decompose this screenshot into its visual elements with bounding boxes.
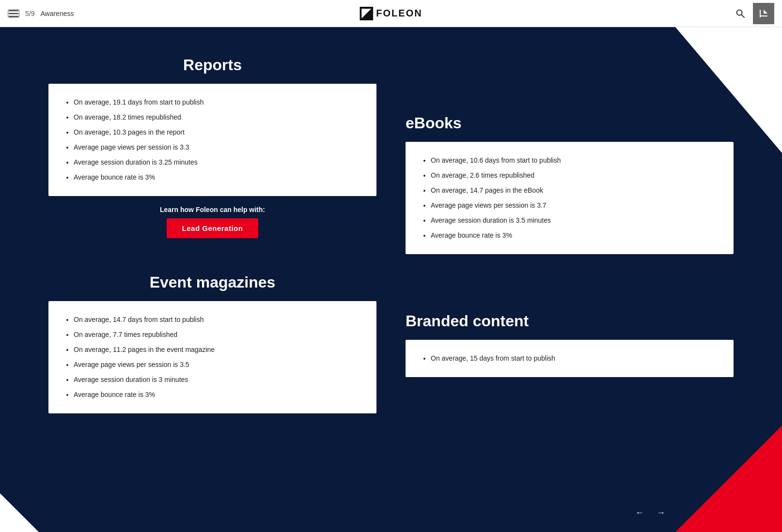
triangle-red-decoration — [675, 426, 782, 532]
search-icon — [735, 9, 745, 18]
list-item: Average session duration is 3.25 minutes — [74, 157, 361, 167]
breadcrumb: Awareness — [40, 10, 74, 17]
list-item: On average, 11.2 pages in the event maga… — [74, 345, 361, 355]
logo-text: FOLEON — [376, 8, 422, 19]
navigation-arrows: ← → — [630, 503, 671, 522]
slide-counter: 5/9 — [25, 10, 34, 17]
svg-line-3 — [742, 15, 745, 17]
list-item: On average, 18.2 times republished — [74, 112, 361, 122]
list-item: On average, 14.7 days from start to publ… — [74, 315, 361, 325]
reports-card: On average, 19.1 days from start to publ… — [48, 84, 376, 196]
edit-icon — [759, 9, 768, 18]
main-content: Reports On average, 19.1 days from start… — [0, 27, 782, 532]
svg-rect-5 — [760, 10, 761, 17]
list-item: On average, 14.7 pages in the eBook — [431, 185, 718, 196]
nav-right — [732, 3, 774, 24]
list-item: Average session duration is 3.5 minutes — [431, 215, 718, 226]
cta-label: Learn how Foleon can help with: — [48, 206, 376, 213]
hamburger-menu[interactable] — [8, 9, 19, 18]
search-button[interactable] — [732, 5, 749, 22]
list-item: On average, 2.6 times republished — [431, 170, 718, 181]
list-item: On average, 10.6 days from start to publ… — [431, 155, 718, 166]
edit-button[interactable] — [753, 3, 774, 24]
logo: FOLEON — [360, 7, 422, 20]
list-item: Average session duration is 3 minutes — [74, 375, 361, 385]
ebooks-stats-list: On average, 10.6 days from start to publ… — [421, 155, 718, 241]
event-magazines-title: Event magazines — [48, 274, 376, 291]
content-grid: Reports On average, 19.1 days from start… — [48, 56, 734, 413]
ebooks-section: eBooks On average, 10.6 days from start … — [406, 56, 734, 254]
list-item: On average, 10.3 pages in the report — [74, 127, 361, 137]
list-item: On average, 15 days from start to publis… — [431, 353, 718, 364]
list-item: Average bounce rate is 3% — [74, 390, 361, 400]
prev-arrow-button[interactable]: ← — [630, 503, 649, 522]
reports-title: Reports — [48, 56, 376, 74]
ebooks-card: On average, 10.6 days from start to publ… — [406, 142, 734, 254]
event-magazines-card: On average, 14.7 days from start to publ… — [48, 301, 376, 413]
event-magazines-stats-list: On average, 14.7 days from start to publ… — [64, 315, 361, 400]
corner-white-decoration — [0, 493, 39, 532]
list-item: Average bounce rate is 3% — [74, 172, 361, 182]
svg-rect-4 — [760, 15, 767, 16]
list-item: Average page views per session is 3.3 — [74, 142, 361, 152]
branded-content-card: On average, 15 days from start to publis… — [406, 340, 734, 377]
logo-icon — [360, 7, 373, 20]
list-item: Average page views per session is 3.7 — [431, 200, 718, 211]
svg-marker-6 — [764, 10, 767, 14]
list-item: On average, 7.7 times republished — [74, 330, 361, 340]
list-item: Average page views per session is 3.5 — [74, 360, 361, 370]
branded-content-section: Branded content On average, 15 days from… — [406, 274, 734, 413]
cta-area: Learn how Foleon can help with: Lead Gen… — [48, 206, 376, 238]
branded-content-title: Branded content — [406, 312, 734, 330]
reports-section: Reports On average, 19.1 days from start… — [48, 56, 376, 254]
top-navigation: 5/9 Awareness FOLEON — [0, 0, 782, 27]
lead-generation-button[interactable]: Lead Generation — [167, 218, 259, 238]
nav-left: 5/9 Awareness — [8, 9, 74, 18]
next-arrow-button[interactable]: → — [651, 503, 671, 522]
list-item: Average bounce rate is 3% — [431, 230, 718, 241]
reports-stats-list: On average, 19.1 days from start to publ… — [64, 97, 361, 182]
list-item: On average, 19.1 days from start to publ… — [74, 97, 361, 107]
branded-content-stats-list: On average, 15 days from start to publis… — [421, 353, 718, 364]
ebooks-title: eBooks — [406, 114, 734, 132]
event-magazines-section: Event magazines On average, 14.7 days fr… — [48, 274, 376, 413]
